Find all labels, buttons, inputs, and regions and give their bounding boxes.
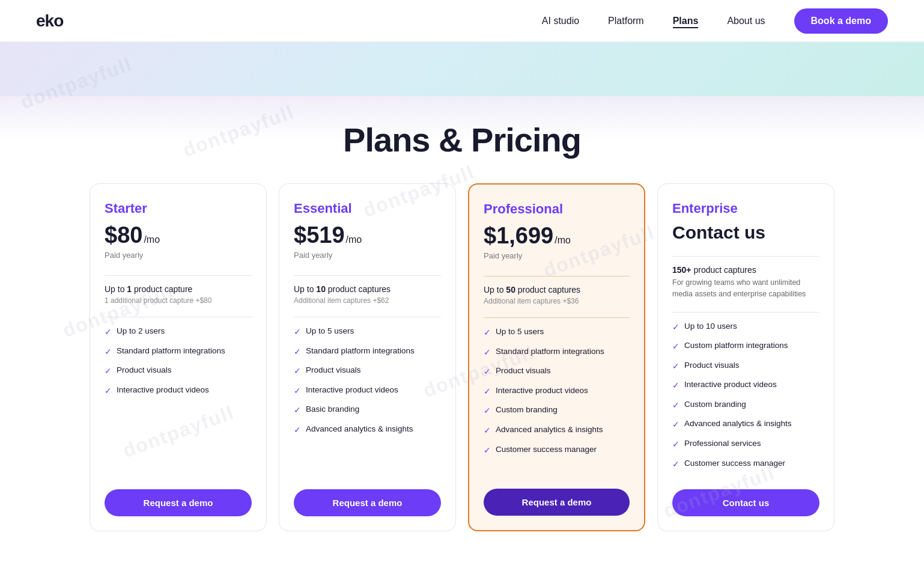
- feature-enterprise-6: ✓ Professional services: [672, 438, 819, 451]
- check-icon: ✓: [672, 361, 679, 373]
- feature-professional-4: ✓ Custom branding: [484, 405, 630, 417]
- check-icon: ✓: [294, 365, 301, 377]
- divider-professional-2: [484, 317, 630, 318]
- plan-price-starter: $80 /mo: [105, 222, 252, 248]
- nav-link-platform[interactable]: Platform: [608, 16, 644, 26]
- check-icon: ✓: [484, 366, 491, 378]
- plan-price-amount-professional: $1,699: [484, 223, 553, 249]
- feature-professional-6: ✓ Customer success manager: [484, 444, 630, 457]
- check-icon: ✓: [484, 347, 491, 359]
- feature-starter-2: ✓ Product visuals: [105, 365, 252, 377]
- divider-enterprise-2: [672, 312, 819, 313]
- nav-links: AI studio Platform Plans About us: [542, 16, 765, 26]
- plan-billing-essential: Paid yearly: [294, 251, 441, 260]
- divider-essential-2: [294, 317, 441, 317]
- feature-enterprise-3: ✓ Interactive product videos: [672, 379, 819, 392]
- feature-list-starter: ✓ Up to 2 users ✓ Standard platform inte…: [105, 326, 252, 477]
- nav-link-ai-studio[interactable]: AI studio: [542, 16, 579, 26]
- plan-billing-professional: Paid yearly: [484, 251, 630, 260]
- plan-name-starter: Starter: [105, 201, 252, 216]
- check-icon: ✓: [484, 405, 491, 417]
- plan-price-amount-starter: $80: [105, 222, 142, 248]
- divider-starter-1: [105, 275, 252, 276]
- plan-cta-essential[interactable]: Request a demo: [294, 489, 441, 516]
- check-icon: ✓: [672, 400, 679, 412]
- check-icon: ✓: [484, 386, 491, 398]
- plan-cta-enterprise[interactable]: Contact us: [672, 489, 819, 516]
- page-title-section: Plans & Pricing: [0, 96, 924, 171]
- feature-essential-1: ✓ Standard platform integrations: [294, 346, 441, 358]
- feature-list-professional: ✓ Up to 5 users ✓ Standard platform inte…: [484, 326, 630, 477]
- hero-background: [0, 42, 924, 96]
- check-icon: ✓: [294, 326, 301, 338]
- feature-professional-0: ✓ Up to 5 users: [484, 326, 630, 339]
- divider-enterprise-1: [672, 256, 819, 257]
- nav-item-ai-studio[interactable]: AI studio: [542, 16, 579, 26]
- feature-enterprise-2: ✓ Product visuals: [672, 360, 819, 373]
- plan-capture-professional: Up to 50 product captures: [484, 285, 630, 295]
- check-icon: ✓: [484, 425, 491, 437]
- feature-essential-5: ✓ Advanced analytics & insights: [294, 424, 441, 436]
- feature-professional-1: ✓ Standard platform integrations: [484, 346, 630, 359]
- plan-billing-starter: Paid yearly: [105, 251, 252, 260]
- plan-name-essential: Essential: [294, 201, 441, 216]
- nav-item-about-us[interactable]: About us: [727, 16, 765, 26]
- check-icon: ✓: [672, 322, 679, 334]
- plan-price-mo-essential: /mo: [346, 234, 362, 245]
- feature-professional-3: ✓ Interactive product videos: [484, 385, 630, 398]
- enterprise-contact-title: Contact us: [672, 222, 819, 243]
- plan-card-enterprise: Enterprise Contact us 150+ product captu…: [657, 183, 834, 531]
- feature-professional-2: ✓ Product visuals: [484, 365, 630, 378]
- plan-card-essential: Essential $519 /mo Paid yearly Up to 10 …: [279, 183, 456, 531]
- navbar: eko AI studio Platform Plans About us Bo…: [0, 0, 924, 42]
- feature-enterprise-7: ✓ Customer success manager: [672, 458, 819, 471]
- pricing-grid: Starter $80 /mo Paid yearly Up to 1 prod…: [0, 171, 924, 567]
- divider-starter-2: [105, 317, 252, 317]
- nav-links-container: AI studio Platform Plans About us Book a…: [542, 8, 888, 34]
- plan-price-mo-professional: /mo: [555, 235, 571, 246]
- logo[interactable]: eko: [36, 11, 63, 31]
- check-icon: ✓: [672, 341, 679, 353]
- check-icon: ✓: [294, 385, 301, 397]
- plan-cta-starter[interactable]: Request a demo: [105, 489, 252, 516]
- feature-essential-3: ✓ Interactive product videos: [294, 385, 441, 397]
- nav-item-platform[interactable]: Platform: [608, 16, 644, 26]
- page-title: Plans & Pricing: [12, 120, 912, 159]
- feature-list-enterprise: ✓ Up to 10 users ✓ Custom platform integ…: [672, 321, 819, 478]
- nav-link-plans[interactable]: Plans: [673, 16, 699, 28]
- plan-price-amount-essential: $519: [294, 222, 345, 248]
- plan-price-professional: $1,699 /mo: [484, 223, 630, 249]
- divider-professional-1: [484, 276, 630, 276]
- enterprise-note: For growing teams who want unlimited med…: [672, 277, 819, 300]
- check-icon: ✓: [105, 326, 112, 338]
- check-icon: ✓: [294, 424, 301, 436]
- check-icon: ✓: [484, 327, 491, 339]
- feature-enterprise-1: ✓ Custom platform integrations: [672, 340, 819, 353]
- nav-link-about-us[interactable]: About us: [727, 16, 765, 26]
- nav-item-plans[interactable]: Plans: [673, 16, 699, 26]
- check-icon: ✓: [294, 346, 301, 358]
- feature-starter-1: ✓ Standard platform integrations: [105, 346, 252, 358]
- plan-capture-note-professional: Additional item captures +$36: [484, 297, 630, 305]
- feature-list-essential: ✓ Up to 5 users ✓ Standard platform inte…: [294, 326, 441, 477]
- enterprise-capture: 150+ product captures: [672, 265, 819, 275]
- feature-starter-3: ✓ Interactive product videos: [105, 385, 252, 397]
- feature-enterprise-0: ✓ Up to 10 users: [672, 321, 819, 334]
- plan-cta-professional[interactable]: Request a demo: [484, 489, 630, 516]
- plan-card-starter: Starter $80 /mo Paid yearly Up to 1 prod…: [90, 183, 267, 531]
- plan-name-professional: Professional: [484, 201, 630, 217]
- plan-capture-note-essential: Additional item captures +$62: [294, 296, 441, 305]
- feature-essential-4: ✓ Basic branding: [294, 404, 441, 417]
- check-icon: ✓: [105, 385, 112, 397]
- plan-name-enterprise: Enterprise: [672, 201, 819, 216]
- plan-price-mo-starter: /mo: [144, 234, 160, 245]
- check-icon: ✓: [105, 365, 112, 377]
- book-demo-button[interactable]: Book a demo: [794, 8, 888, 34]
- feature-essential-0: ✓ Up to 5 users: [294, 326, 441, 338]
- check-icon: ✓: [672, 459, 679, 471]
- plan-card-professional: Professional $1,699 /mo Paid yearly Up t…: [468, 183, 645, 531]
- check-icon: ✓: [105, 346, 112, 358]
- check-icon: ✓: [484, 445, 491, 457]
- feature-professional-5: ✓ Advanced analytics & insights: [484, 424, 630, 437]
- plan-capture-essential: Up to 10 product captures: [294, 284, 441, 294]
